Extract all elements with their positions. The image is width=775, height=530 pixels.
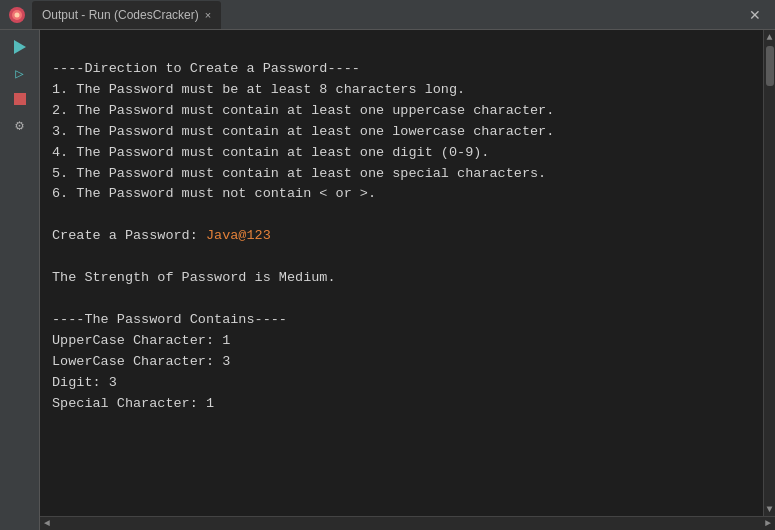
scroll-track[interactable] (764, 44, 775, 502)
output-area: ----Direction to Create a Password---- 1… (40, 30, 775, 530)
output-line-1: ----Direction to Create a Password---- 1… (52, 61, 554, 411)
close-tab-button[interactable]: × (205, 9, 211, 21)
output-content[interactable]: ----Direction to Create a Password---- 1… (40, 30, 763, 516)
scroll-up-arrow[interactable]: ▲ (764, 30, 775, 44)
settings-button[interactable]: ⚙ (6, 114, 34, 136)
app-logo (8, 6, 26, 24)
left-toolbar: ▷ ⚙ (0, 30, 40, 530)
svg-point-2 (15, 12, 20, 17)
play-icon (14, 40, 26, 54)
tab-label: Output - Run (CodesCracker) (42, 8, 199, 22)
output-tab[interactable]: Output - Run (CodesCracker) × (32, 1, 221, 29)
vertical-scrollbar[interactable]: ▲ ▼ (763, 30, 775, 516)
password-value: Java@123 (206, 228, 271, 243)
main-layout: ▷ ⚙ ----Direction to Create a Password--… (0, 30, 775, 530)
scroll-left-arrow[interactable]: ◄ (40, 517, 54, 530)
stop-button[interactable] (6, 88, 34, 110)
title-bar: Output - Run (CodesCracker) × ✕ (0, 0, 775, 30)
step-over-icon: ▷ (15, 65, 23, 82)
window-close-button[interactable]: ✕ (743, 5, 767, 25)
scroll-down-arrow[interactable]: ▼ (764, 502, 775, 516)
scroll-right-arrow[interactable]: ► (761, 517, 775, 530)
step-over-button[interactable]: ▷ (6, 62, 34, 84)
scroll-thumb[interactable] (766, 46, 774, 86)
horizontal-scrollbar[interactable]: ◄ ► (40, 516, 775, 530)
hscroll-track[interactable] (54, 517, 761, 530)
run-button[interactable] (6, 36, 34, 58)
stop-icon (14, 93, 26, 105)
settings-icon: ⚙ (15, 117, 23, 134)
output-wrapper: ----Direction to Create a Password---- 1… (40, 30, 775, 516)
